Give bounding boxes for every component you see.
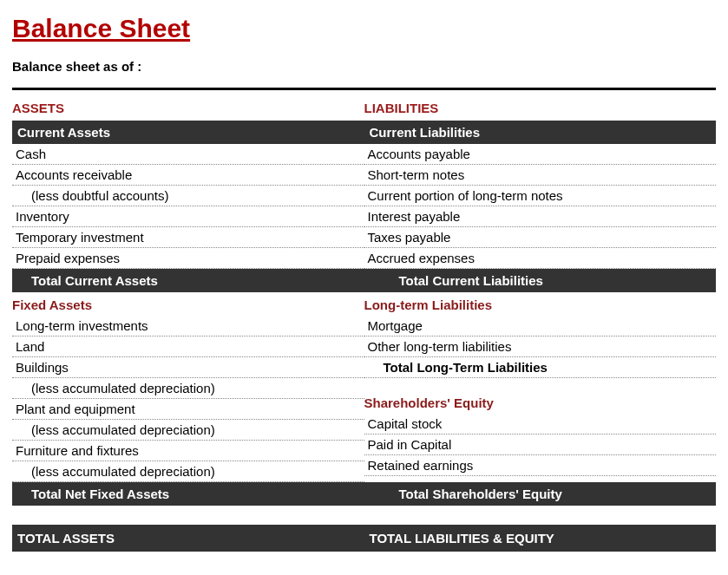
line-item: (less accumulated depreciation) (12, 378, 364, 399)
line-item: Buildings (12, 357, 364, 378)
section-totals-row: Total Net Fixed Assets Total Shareholder… (12, 482, 716, 506)
line-item: Retained earnings (364, 455, 717, 476)
total-longterm-liabilities: Total Long-Term Liabilities (364, 357, 717, 378)
second-section-headers: Fixed Assets Long-term Liabilities (12, 292, 716, 316)
line-item: Capital stock (364, 414, 717, 435)
line-item: Paid in Capital (364, 435, 717, 455)
grand-total-row: TOTAL ASSETS TOTAL LIABILITIES & EQUITY (12, 525, 716, 552)
line-item: (less accumulated depreciation) (12, 461, 364, 482)
line-item: Land (12, 337, 364, 357)
total-net-fixed-assets: Total Net Fixed Assets (12, 482, 364, 506)
line-item: Long-term investments (12, 316, 364, 337)
fixed-assets-list: Long-term investments Land Buildings (le… (12, 316, 364, 482)
total-shareholders-equity: Total Shareholders' Equity (364, 482, 717, 506)
line-item: Mortgage (364, 316, 717, 337)
line-item: Plant and equipment (12, 399, 364, 420)
total-current-assets: Total Current Assets (12, 269, 364, 292)
current-assets-list: Cash Accounts receivable (less doubtful … (12, 144, 364, 269)
page-title: Balance Sheet (12, 14, 716, 43)
current-header-row: Current Assets Current Liabilities (12, 121, 716, 144)
line-item: Accounts payable (364, 144, 717, 165)
line-item: (less doubtful accounts) (12, 186, 364, 206)
line-item: Prepaid expenses (12, 248, 364, 269)
line-item: Interest payable (364, 206, 717, 227)
current-liabilities-header: Current Liabilities (364, 121, 717, 144)
shareholders-equity-header: Shareholders' Equity (364, 390, 717, 414)
fixed-assets-header: Fixed Assets (12, 292, 364, 316)
line-item: Inventory (12, 206, 364, 227)
spacer (364, 378, 717, 390)
current-totals-row: Total Current Assets Total Current Liabi… (12, 269, 716, 292)
right-lower-list: Mortgage Other long-term liabilities Tot… (364, 316, 717, 482)
line-item: Short-term notes (364, 165, 717, 186)
current-items: Cash Accounts receivable (less doubtful … (12, 144, 716, 269)
total-liabilities-equity: TOTAL LIABILITIES & EQUITY (364, 525, 717, 552)
current-liabilities-list: Accounts payable Short-term notes Curren… (364, 144, 717, 269)
divider (12, 88, 716, 90)
line-item: Furniture and fixtures (12, 441, 364, 461)
line-item: Accounts receivable (12, 165, 364, 186)
line-item: Taxes payable (364, 227, 717, 248)
spacer (12, 506, 716, 525)
line-item: Accrued expenses (364, 248, 717, 269)
current-assets-header: Current Assets (12, 121, 364, 144)
section-headings-row: ASSETS LIABILITIES (12, 97, 716, 121)
line-item: Current portion of long-term notes (364, 186, 717, 206)
liabilities-heading: LIABILITIES (364, 97, 717, 121)
total-assets: TOTAL ASSETS (12, 525, 364, 552)
line-item: Temporary investment (12, 227, 364, 248)
total-current-liabilities: Total Current Liabilities (364, 269, 717, 292)
as-of-label: Balance sheet as of : (12, 59, 716, 74)
longterm-liabilities-header: Long-term Liabilities (364, 292, 717, 316)
line-item: (less accumulated depreciation) (12, 420, 364, 441)
second-section-body: Long-term investments Land Buildings (le… (12, 316, 716, 482)
line-item: Cash (12, 144, 364, 165)
line-item: Other long-term liabilities (364, 337, 717, 357)
assets-heading: ASSETS (12, 97, 364, 121)
